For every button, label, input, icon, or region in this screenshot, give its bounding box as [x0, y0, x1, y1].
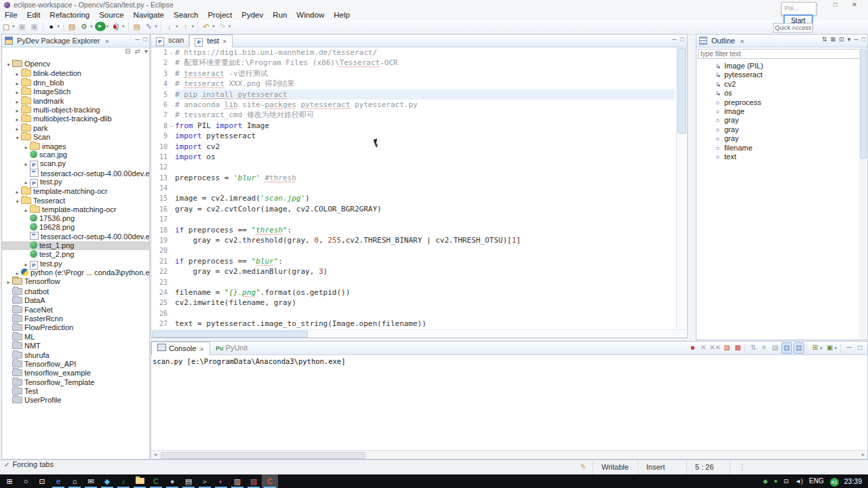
code-line[interactable]: 3# tesseract -v进行测试 [151, 68, 675, 79]
word-wrap-icon[interactable]: ≡ [760, 342, 769, 352]
tree-item[interactable]: UserProfile [2, 395, 149, 404]
maximize-view-icon[interactable]: □ [855, 342, 865, 352]
coverage-dropdown-icon[interactable]: ▾ [122, 20, 125, 33]
link-with-editor-icon[interactable]: ⇄ [135, 47, 140, 55]
interactive-console-dropdown-icon[interactable]: ▾ [58, 20, 60, 33]
view-menu-icon[interactable]: ▾ [144, 47, 148, 55]
save-all-icon[interactable]: ▣ [29, 21, 40, 32]
tree-item[interactable]: FasterRcnn [2, 314, 149, 323]
previous-annotation-icon[interactable]: ↑ [180, 21, 191, 32]
minimize-view-icon[interactable]: ─ [844, 342, 854, 352]
fold-marker-icon[interactable]: − [169, 121, 175, 131]
debug-dropdown-icon[interactable]: ▾ [90, 20, 93, 33]
tree-item[interactable]: NMT [2, 341, 149, 350]
package-explorer-title[interactable]: PyDev Package Explorer [17, 37, 100, 45]
code-line[interactable]: 17 [151, 214, 675, 224]
outline-item[interactable]: ○filename [696, 144, 859, 152]
coverage-icon[interactable]: Q [111, 21, 121, 32]
tree-item[interactable]: tesseract-ocr-setup-4.00.00dev.exe [2, 169, 149, 178]
tree-item[interactable]: scan.jpg [2, 150, 149, 159]
save-icon[interactable]: ▣ [17, 21, 28, 32]
app-gray-icon[interactable]: ● [164, 474, 180, 488]
code-line[interactable]: 2# 配置环境变量如E:\Program Files (x86)\Tessera… [151, 58, 675, 68]
menu-search[interactable]: Search [169, 10, 203, 20]
scroll-lock-icon[interactable]: ⇅ [749, 342, 758, 352]
maximize-view-icon[interactable]: □ [144, 36, 147, 43]
close-button[interactable]: ✕ [845, 0, 864, 9]
code-line[interactable]: 26 [151, 308, 675, 319]
tree-item[interactable]: ▸scan.py [2, 159, 149, 168]
code-line[interactable]: 19 gray = cv2.threshold(gray, 0, 255,cv2… [151, 235, 675, 245]
start-button[interactable]: ⊞ [1, 474, 18, 488]
clock[interactable]: 23:39 [844, 474, 862, 488]
new-wizard-dropdown-icon[interactable]: ▾ [12, 20, 15, 33]
code-line[interactable]: 1−# https://digi.bib.uni-mannheim.de/tes… [151, 47, 675, 58]
app-blue-icon[interactable]: ◆ [99, 474, 115, 488]
previous-annotation-dropdown-icon[interactable]: ▾ [192, 20, 195, 33]
scroll-right-arrow[interactable]: ► [859, 451, 867, 458]
maximize-editor-icon[interactable]: □ [681, 36, 684, 43]
outline-item[interactable]: ○gray [696, 116, 859, 125]
new-wizard-icon[interactable]: ▢ [1, 21, 12, 32]
tray-badge[interactable]: 41 [830, 478, 839, 487]
editor-vertical-scrollbar[interactable] [676, 47, 686, 330]
debug-icon[interactable]: ⚙ [79, 21, 90, 32]
console-tab-pyunit[interactable]: PuPyUnit [210, 342, 253, 354]
close-view-icon[interactable]: ✕ [740, 39, 745, 45]
run-dropdown-icon[interactable]: ▾ [106, 20, 109, 33]
tree-item[interactable]: chatbot [2, 287, 149, 296]
tree-item[interactable]: ▾Scan [2, 132, 149, 141]
menu-file[interactable]: File [0, 10, 22, 20]
maximize-view-icon[interactable]: □ [862, 36, 865, 43]
code-line[interactable]: 4# tesseract XXX.png 得到结果 [151, 79, 675, 89]
task-view-button[interactable]: ⊡ [34, 474, 50, 488]
tree-item[interactable]: ▾Tesseract [2, 196, 149, 205]
tree-item[interactable]: 17536.png [2, 214, 149, 223]
tree-item[interactable]: DataA [2, 296, 149, 304]
chevron-right-icon[interactable]: ▸ [22, 178, 30, 187]
poi-mini-window[interactable]: Poi... [781, 2, 816, 16]
view-menu-icon[interactable]: ▾ [848, 36, 851, 43]
scrollbar-thumb[interactable] [161, 452, 366, 459]
forward-history-dropdown-icon[interactable]: ▾ [229, 20, 231, 33]
app-book-icon[interactable]: ▥ [229, 474, 245, 488]
code-line[interactable]: 9import pytesseract [151, 131, 675, 141]
code-line[interactable]: 15image = cv2.imread('scan.jpg') [151, 193, 675, 203]
remove-all-launches-icon[interactable]: ✕✕ [709, 342, 721, 352]
console-horizontal-scrollbar[interactable]: ◄ ► [151, 450, 867, 459]
app-paint-icon[interactable]: ▨ [245, 474, 262, 488]
outline-item[interactable]: ↳pytesseract [696, 70, 859, 79]
outline-item[interactable]: ○text [696, 152, 859, 161]
app-c-green-icon[interactable]: C [148, 474, 164, 488]
copy-console-icon[interactable]: ▩ [733, 342, 743, 352]
tree-item[interactable]: ML [2, 332, 149, 341]
minimize-view-icon[interactable]: ─ [854, 36, 858, 43]
tree-item[interactable]: ▸blink-detection [2, 68, 149, 77]
expand-all-icon[interactable]: ⊡ [839, 36, 844, 43]
open-wizard-icon[interactable]: ▨ [66, 21, 77, 32]
show-stdin-icon[interactable]: ▤ [770, 342, 780, 352]
tree-item[interactable]: Tensorflow_API [2, 359, 149, 368]
code-line[interactable]: 25cv2.imwrite(filename, gray) [151, 298, 675, 308]
code-line[interactable]: 14 [151, 183, 675, 193]
defender-shield-icon[interactable]: ◆ [763, 474, 768, 488]
scrollbar-thumb[interactable] [860, 49, 867, 159]
tree-item[interactable]: FaceNet [2, 305, 149, 314]
tree-item[interactable]: 19628.png [2, 223, 149, 232]
maximize-button[interactable]: □ [826, 0, 845, 9]
menu-help[interactable]: Help [329, 10, 355, 20]
back-history-dropdown-icon[interactable]: ▾ [212, 20, 215, 33]
outline-filter-input[interactable] [698, 49, 863, 59]
minimize-editor-icon[interactable]: ─ [672, 36, 676, 43]
sort-alphabetical-icon[interactable]: ⇅ [822, 36, 827, 43]
editor-tab-scan[interactable]: scan [151, 35, 189, 46]
menu-project[interactable]: Project [203, 10, 237, 20]
remove-launch-icon[interactable]: ✕ [698, 342, 708, 352]
menu-source[interactable]: Source [94, 10, 128, 20]
store-icon[interactable]: ⌂ [66, 474, 83, 488]
code-line[interactable]: 23 [151, 277, 675, 287]
tree-item[interactable]: ▸python (e:\Progr ... conda3\python.exe) [2, 268, 149, 277]
tree-item[interactable]: Tensorflow_Template [2, 378, 149, 386]
tree-item[interactable]: ▸template-matching-ocr [2, 186, 149, 195]
edge-icon[interactable]: e [50, 474, 66, 488]
